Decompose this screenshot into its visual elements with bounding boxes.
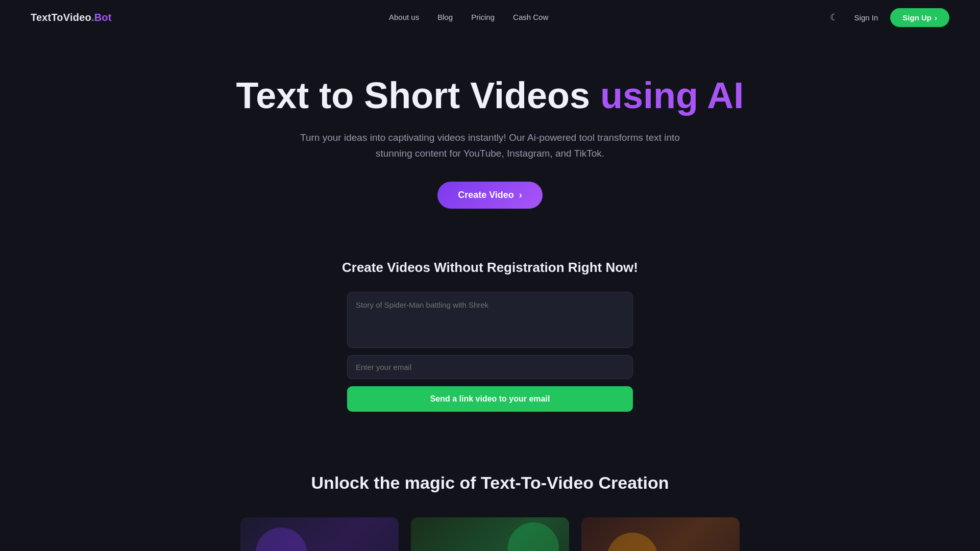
chevron-right-icon: › [935, 13, 937, 22]
nav-item-about[interactable]: About us [389, 13, 419, 22]
logo: TextToVideo.Bot [31, 12, 112, 23]
logo-text-before: TextToVideo [31, 12, 91, 23]
sign-up-label: Sign Up [902, 13, 932, 22]
form-heading: Create Videos Without Registration Right… [10, 260, 970, 276]
create-video-button[interactable]: Create Video › [437, 182, 543, 209]
hero-heading-highlight: using AI [600, 75, 744, 116]
nav-right: ☾ Sign In Sign Up › [826, 8, 949, 27]
video-card: "The Laughter and Tears of ↗ [240, 517, 399, 551]
story-textarea[interactable] [347, 292, 633, 348]
logo-text-after: Bot [94, 12, 112, 23]
magic-heading: Unlock the magic of Text-To-Video Creati… [10, 473, 970, 493]
nav-links: About us Blog Pricing Cash Cow [389, 13, 548, 22]
card-background [240, 517, 399, 551]
nav-item-pricing[interactable]: Pricing [471, 13, 495, 22]
video-form: Send a link video to your email [347, 292, 633, 412]
navbar: TextToVideo.Bot About us Blog Pricing Ca… [0, 0, 980, 35]
sign-in-button[interactable]: Sign In [854, 13, 878, 22]
card-background [581, 517, 740, 551]
magic-section: Unlock the magic of Text-To-Video Creati… [0, 442, 980, 551]
video-card: The Alhambra: Nasrid palace ↗ [581, 517, 740, 551]
card-background [411, 517, 569, 551]
card-person-decoration [581, 537, 740, 551]
send-link-button[interactable]: Send a link video to your email [347, 386, 633, 412]
card-person-decoration [411, 537, 569, 551]
create-video-label: Create Video [458, 190, 514, 201]
hero-subtext: Turn your ideas into captivating videos … [286, 130, 694, 161]
hero-heading-part1: Text to Short Videos [236, 75, 600, 116]
email-input[interactable] [347, 355, 633, 379]
hero-section: Text to Short Videos using AI Turn your … [0, 35, 980, 239]
dark-mode-toggle[interactable]: ☾ [826, 10, 842, 25]
card-person-decoration [240, 537, 399, 551]
hero-heading: Text to Short Videos using AI [10, 76, 970, 116]
moon-icon: ☾ [830, 12, 838, 22]
nav-item-blog[interactable]: Blog [437, 13, 453, 22]
video-cards-container: "The Laughter and Tears of ↗ Mexico The … [10, 517, 970, 551]
nav-item-cashcow[interactable]: Cash Cow [513, 13, 548, 22]
sign-up-button[interactable]: Sign Up › [890, 8, 949, 27]
video-card: Mexico The Colorful Day of ↗ [411, 517, 569, 551]
form-section: Create Videos Without Registration Right… [0, 239, 980, 442]
arrow-right-icon: › [519, 190, 522, 201]
